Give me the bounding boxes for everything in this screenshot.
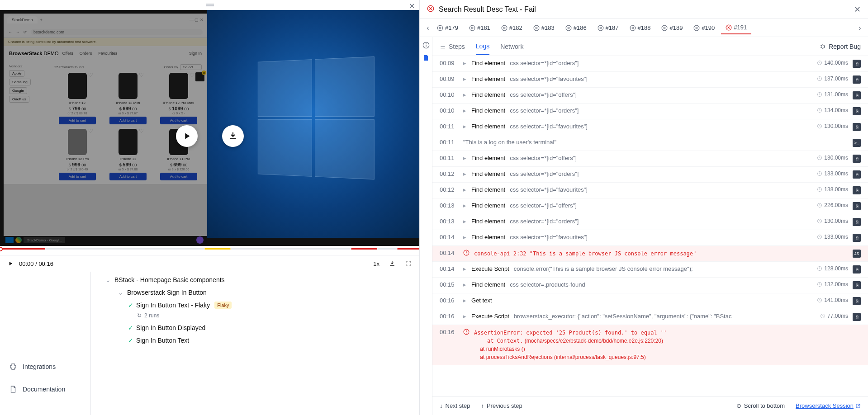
document-icon[interactable] <box>422 54 430 61</box>
scroll-left-icon[interactable]: ‹ <box>423 24 432 32</box>
log-row[interactable]: 00:10▸Find elementcss selector=*[id="off… <box>432 88 868 104</box>
next-step-button[interactable]: ↓Next step <box>440 402 470 409</box>
log-detail: css selector=*[id="offers"] <box>510 202 812 209</box>
action-badge-icon: ⎘ <box>853 313 861 321</box>
run-tab[interactable]: #187 <box>593 21 623 34</box>
run-tab[interactable]: #181 <box>465 21 495 34</box>
play-overlay-button[interactable] <box>176 125 198 147</box>
info-icon[interactable] <box>422 42 430 49</box>
log-duration: 77.00ms <box>820 313 848 319</box>
log-row[interactable]: 00:15▸Find elementcss selector=.products… <box>432 278 868 293</box>
log-detail: css selector=*[id="favourites"] <box>510 75 812 82</box>
action-badge-icon: ⎘ <box>853 297 861 305</box>
log-duration: 130.00ms <box>817 218 848 224</box>
log-row[interactable]: 00:09▸Find elementcss selector=*[id="fav… <box>432 72 868 88</box>
puzzle-icon <box>9 363 17 371</box>
close-icon[interactable]: ✕ <box>408 2 416 10</box>
tree-item[interactable]: ⌄ BStack - Homepage Basic components <box>96 274 414 286</box>
log-time: 00:10 <box>440 91 459 98</box>
chevron-right-icon: ▸ <box>463 218 467 225</box>
action-badge-icon: ⎘ <box>853 155 861 163</box>
pass-icon: ✓ <box>128 324 133 331</box>
log-command: Find element <box>471 202 505 209</box>
log-duration: 134.00ms <box>817 107 848 113</box>
fail-icon <box>427 5 434 14</box>
report-bug-button[interactable]: Report Bug <box>820 43 861 50</box>
error-icon <box>463 329 470 336</box>
tree-item[interactable]: ⌄ Browserstack Sign In Button <box>96 286 414 299</box>
log-row[interactable]: 00:14console-api 2:32 "This is a sample … <box>432 246 868 262</box>
svg-point-16 <box>821 45 825 48</box>
drag-handle-icon[interactable] <box>204 2 215 8</box>
run-tab[interactable]: #183 <box>529 21 559 34</box>
right-panel: Search Result Desc Text - Fail ✕ ‹ #179#… <box>419 0 868 415</box>
tab-logs[interactable]: Logs <box>476 38 489 55</box>
chevron-right-icon: ▸ <box>463 186 467 193</box>
log-time: 00:10 <box>440 107 459 114</box>
log-row[interactable]: 00:11▸Find elementcss selector=*[id="off… <box>432 151 868 167</box>
previous-step-button[interactable]: ↑Previous step <box>481 402 522 409</box>
scroll-right-icon[interactable]: › <box>855 24 864 32</box>
log-row[interactable]: 00:13▸Find elementcss selector=*[id="off… <box>432 198 868 214</box>
run-tab[interactable]: #191 <box>721 21 751 34</box>
scroll-bottom-button[interactable]: ⊙Scroll to bottom <box>736 402 785 409</box>
download-icon[interactable] <box>389 260 396 267</box>
run-tab[interactable]: #179 <box>432 21 463 34</box>
tree-item[interactable]: ✓ Sign In Button Displayed <box>96 321 414 334</box>
sidebar-item-label: Documentation <box>23 386 65 393</box>
log-command: Find element <box>471 123 505 130</box>
tab-steps[interactable]: Steps <box>440 38 465 55</box>
svg-point-37 <box>466 333 466 333</box>
log-detail: css selector=*[id="offers"] <box>510 155 812 161</box>
log-row[interactable]: 00:14▸Execute Scriptconsole.error("This … <box>432 262 868 278</box>
tree-item[interactable]: ✓ Sign In Button Text <box>96 334 414 347</box>
log-row[interactable]: 00:11"This is a log on the user's termin… <box>432 135 868 151</box>
run-tab[interactable]: #189 <box>657 21 687 34</box>
video-progress[interactable] <box>0 246 419 255</box>
chevron-right-icon: ▸ <box>463 202 467 209</box>
tab-network[interactable]: Network <box>500 38 523 55</box>
log-command: Execute Script <box>471 265 509 272</box>
svg-point-15 <box>426 43 427 44</box>
error-icon <box>463 250 470 257</box>
log-row[interactable]: 00:13▸Find elementcss selector=*[id="ord… <box>432 214 868 230</box>
sidebar-item-documentation[interactable]: Documentation <box>0 382 90 397</box>
log-row[interactable]: 00:16▸Get text141.00ms⎘ <box>432 293 868 309</box>
chevron-right-icon: ▸ <box>463 123 467 130</box>
run-tab[interactable]: #182 <box>497 21 527 34</box>
play-button[interactable] <box>7 260 14 267</box>
log-row[interactable]: 00:12▸Find elementcss selector=*[id="fav… <box>432 183 868 198</box>
action-badge-icon: ⎘ <box>853 265 861 274</box>
chevron-right-icon: ▸ <box>463 60 467 66</box>
download-overlay-button[interactable] <box>222 125 244 147</box>
log-row[interactable]: 00:11▸Find elementcss selector=*[id="fav… <box>432 119 868 135</box>
run-tab[interactable]: #190 <box>689 21 719 34</box>
session-link[interactable]: Browserstack Session <box>796 402 861 409</box>
log-row[interactable]: 00:12▸Find elementcss selector=*[id="ord… <box>432 167 868 183</box>
time-display: 00:00 / 00:16 <box>19 260 53 267</box>
speed-button[interactable]: 1x <box>373 260 379 267</box>
log-row[interactable]: 00:16AssertionError: expected '25 Produc… <box>432 325 868 365</box>
left-sidebar: Integrations Documentation <box>0 272 90 415</box>
log-detail: css selector=*[id="orders"] <box>510 60 812 66</box>
sidebar-item-label: Integrations <box>23 363 56 370</box>
js-badge-icon: JS <box>853 250 861 258</box>
progress-thumb[interactable] <box>0 247 3 251</box>
chevron-down-icon: ⌄ <box>118 289 124 296</box>
close-panel-icon[interactable]: ✕ <box>854 5 861 14</box>
log-time: 00:14 <box>440 234 459 241</box>
log-duration: 133.00ms <box>817 234 848 240</box>
log-row[interactable]: 00:16▸Execute Scriptbrowserstack_executo… <box>432 309 868 325</box>
url-bar: bstackdemo.com <box>31 29 203 35</box>
run-tab[interactable]: #188 <box>625 21 655 34</box>
fullscreen-icon[interactable] <box>405 260 412 267</box>
windows-start-icon <box>5 237 14 243</box>
log-row[interactable]: 00:09▸Find elementcss selector=*[id="ord… <box>432 56 868 72</box>
log-row[interactable]: 00:14▸Find elementcss selector=*[id="fav… <box>432 230 868 246</box>
chevron-right-icon: ▸ <box>463 265 467 272</box>
log-row[interactable]: 00:10▸Find elementcss selector=*[id="ord… <box>432 104 868 119</box>
tree-item[interactable]: ✓ Sign In Button Text - Flaky Flaky <box>96 299 414 311</box>
run-tab[interactable]: #186 <box>561 21 591 34</box>
sidebar-item-integrations[interactable]: Integrations <box>0 359 90 374</box>
action-badge-icon: ⎘ <box>853 75 861 84</box>
